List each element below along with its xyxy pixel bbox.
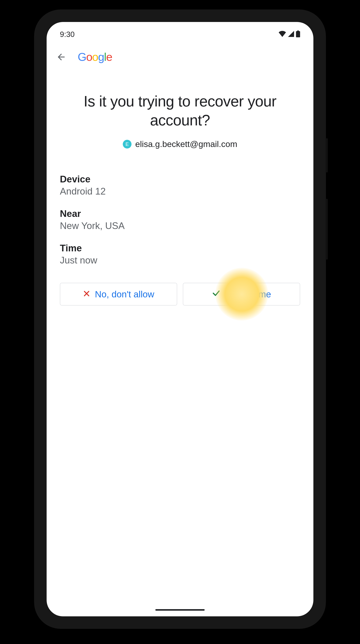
time-value: Just now [60, 255, 300, 266]
status-bar: 9:30 [46, 22, 314, 41]
account-email: elisa.g.beckett@gmail.com [135, 139, 237, 149]
deny-button[interactable]: No, don't allow [60, 283, 177, 306]
back-button[interactable] [56, 52, 66, 62]
wifi-icon [278, 31, 286, 38]
cellular-icon [288, 31, 294, 38]
check-icon [212, 289, 220, 300]
detail-time: Time Just now [60, 243, 300, 266]
svg-rect-0 [296, 31, 300, 37]
detail-device: Device Android 12 [60, 174, 300, 197]
close-icon [83, 289, 90, 300]
button-row: No, don't allow Yes, it's me [60, 283, 300, 306]
content-area: Is it you trying to recover your account… [46, 69, 314, 306]
screen: 9:30 Google Is it you tryi [46, 22, 314, 616]
avatar: E [123, 140, 132, 148]
nav-handle[interactable] [155, 609, 205, 611]
time-label: Time [60, 243, 300, 254]
google-logo: Google [78, 50, 112, 64]
app-header: Google [46, 41, 314, 69]
deny-label: No, don't allow [95, 289, 154, 300]
page-title: Is it you trying to recover your account… [60, 92, 300, 130]
allow-label: Yes, it's me [225, 289, 271, 300]
device-value: Android 12 [60, 186, 300, 197]
side-button-2 [326, 199, 328, 260]
phone-frame: 9:30 Google Is it you tryi [34, 10, 326, 629]
allow-button[interactable]: Yes, it's me [183, 283, 300, 306]
battery-icon [296, 30, 300, 38]
detail-near: Near New York, USA [60, 208, 300, 231]
account-row: E elisa.g.beckett@gmail.com [60, 139, 300, 149]
near-value: New York, USA [60, 220, 300, 231]
device-label: Device [60, 174, 300, 185]
svg-rect-1 [297, 30, 299, 32]
status-icons [278, 30, 300, 38]
status-time: 9:30 [60, 30, 75, 39]
side-button-1 [326, 138, 328, 172]
near-label: Near [60, 208, 300, 219]
